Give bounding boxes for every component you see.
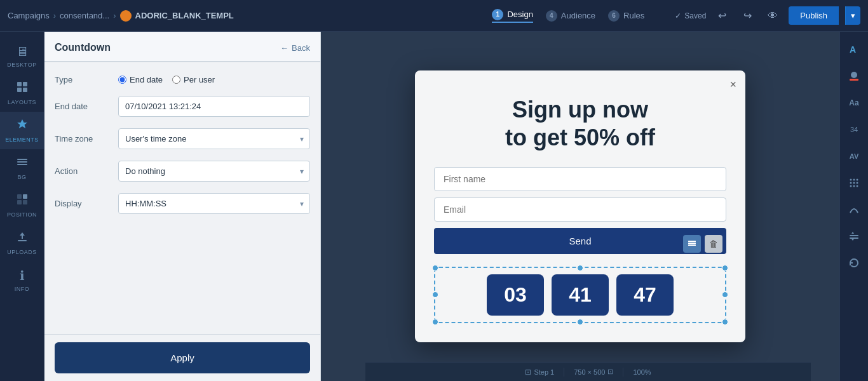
rotate-tool-button[interactable] [843,251,865,274]
publish-dropdown-button[interactable]: ▾ [845,6,860,25]
grid-options-button[interactable] [843,171,865,194]
handle-bot-left[interactable] [432,319,438,325]
popup-title-line1: Sign up now [512,97,648,123]
text-style-button[interactable]: A [843,38,865,61]
preview-button[interactable]: 👁 [763,6,782,25]
check-icon: ✓ [675,11,681,20]
breadcrumb-sep1: › [53,11,56,20]
campaigns-link[interactable]: Campaigns [8,11,50,20]
svg-rect-11 [18,240,27,241]
handle-bot-right[interactable] [722,319,728,325]
handle-top-left[interactable] [432,265,438,271]
type-row: Type End date Per user [55,75,310,84]
step-label-rules: Rules [623,11,644,20]
handle-mid-left[interactable] [432,291,438,298]
fill-color-button[interactable] [843,65,865,88]
zoom-indicator: 100% [633,368,651,376]
send-button[interactable]: Send [434,228,726,254]
digit-seconds: 47 [616,274,674,316]
email-input[interactable] [434,197,726,222]
sidebar-item-layouts[interactable]: LAYOUTS [0,74,44,112]
svg-rect-13 [688,241,696,242]
info-label: INFO [15,286,30,292]
undo-button[interactable]: ↩ [712,6,731,25]
timezone-select[interactable]: User's time zone [118,128,310,149]
svg-rect-1 [23,82,27,86]
svg-rect-4 [17,159,27,160]
end-date-radio[interactable] [118,76,126,84]
timezone-select-wrapper: User's time zone ▾ [118,128,310,149]
step-label-audience: Audience [561,11,595,20]
panel-body: Type End date Per user End date 07/10/20… [44,62,320,334]
font-style-button[interactable]: Aa [843,91,865,114]
properties-panel: Countdown ← Back Type End date Per user [44,32,321,381]
digit-minutes: 41 [552,274,609,316]
step-label: Step 1 [534,368,554,376]
curve-tool-button[interactable] [843,198,865,221]
step-label-design: Design [507,10,532,19]
back-button[interactable]: ← Back [280,43,310,53]
content-spacing-button[interactable] [843,225,865,248]
desktop-icon: 🖥 [16,44,29,59]
svg-text:A: A [850,44,856,55]
sidebar-item-uploads[interactable]: UPLOADS [0,224,44,262]
end-date-radio-label[interactable]: End date [118,75,163,84]
topbar: Campaigns › consentand... › ADORIC_BLANK… [0,0,868,32]
back-label: Back [292,43,310,53]
step-num-audience: 4 [546,10,557,22]
dimensions-indicator: 750 × 500 ⊡ [574,368,613,376]
end-date-radio-text: End date [130,75,163,84]
svg-rect-17 [850,79,858,81]
handle-top-mid[interactable] [577,265,583,271]
template-dot [120,10,132,22]
svg-point-18 [850,179,852,181]
handle-top-right[interactable] [722,265,728,271]
svg-rect-2 [17,88,22,92]
layers-button[interactable] [683,235,701,253]
type-radio-group: End date Per user [118,75,310,84]
step-rules[interactable]: 6 Rules [608,10,644,22]
info-icon: ℹ [20,268,25,283]
end-date-input[interactable]: 07/10/2021 13:21:24 [118,96,310,117]
sidebar-item-position[interactable]: POSITION [0,187,44,224]
apply-button[interactable]: Apply [55,342,310,373]
sidebar-item-bg[interactable]: BG [0,149,44,187]
step-audience[interactable]: 4 Audience [546,10,595,22]
font-size-button[interactable]: 34 [843,118,865,141]
device-icon: ⊡ [607,368,613,376]
per-user-radio-label[interactable]: Per user [172,75,215,84]
svg-rect-12 [688,243,696,244]
right-sidebar: A Aa 34 AV [839,32,868,381]
sidebar-item-desktop[interactable]: 🖥 DESKTOP [0,38,44,74]
svg-point-20 [857,179,858,181]
sidebar-item-elements[interactable]: ELEMENTS [0,112,44,149]
svg-point-16 [851,72,857,78]
svg-rect-7 [17,194,22,199]
display-label: Display [55,199,112,208]
handle-mid-right[interactable] [722,291,728,298]
letter-spacing-button[interactable]: AV [843,145,865,168]
redo-button[interactable]: ↪ [738,6,757,25]
countdown-digits: 03 41 47 [442,274,719,316]
step-design[interactable]: 1 Design [492,9,532,23]
popup-close-button[interactable]: × [729,78,736,91]
desktop-label: DESKTOP [7,62,36,68]
delete-button[interactable]: 🗑 [705,235,722,253]
action-select[interactable]: Do nothing Redirect [118,161,310,182]
main-layout: 🖥 DESKTOP LAYOUTS ELEMENTS [0,32,868,381]
site-link[interactable]: consentand... [60,11,109,20]
first-name-input[interactable] [434,167,726,191]
handle-bot-mid[interactable] [577,319,583,325]
svg-rect-5 [17,161,27,163]
svg-point-19 [853,179,855,181]
zoom-value: 100% [633,368,651,376]
publish-button[interactable]: Publish [789,6,839,25]
per-user-radio[interactable] [172,76,180,84]
svg-point-26 [857,185,858,187]
display-select[interactable]: HH:MM:SS DD:HH:MM:SS [118,193,310,214]
svg-rect-3 [23,88,27,92]
svg-rect-27 [850,235,858,236]
sidebar-item-info[interactable]: ℹ INFO [0,262,44,298]
step-indicator: ⊡ Step 1 [525,368,554,377]
bottom-bar: ⊡ Step 1 750 × 500 ⊡ 100% [365,362,811,381]
